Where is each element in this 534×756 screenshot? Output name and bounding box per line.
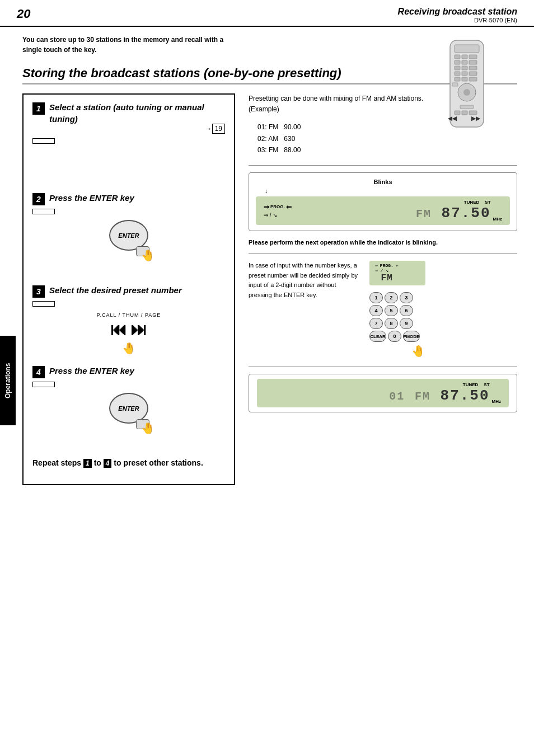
step-2: 2 Press the ENTER key ENTER 🤚 <box>32 192 225 274</box>
keypad-row-1: 1 2 3 <box>369 292 420 303</box>
svg-rect-3 <box>462 55 467 59</box>
lcd1-right-arrows: ⇐ <box>286 203 292 211</box>
step-3-header: 3 Select the desired preset number <box>32 284 225 298</box>
lcd2-indicators: TUNED ST <box>463 382 490 387</box>
keypad-row-3: 7 8 9 <box>369 318 420 329</box>
step-3-nav-visual: P.CALL / THUM / PAGE ⏮ ⏭ 🤚 <box>32 312 225 355</box>
remote-control-image: ◀◀ ▶▶ <box>439 39 495 136</box>
two-col-layout: 1 Select a station (auto tuning or manua… <box>22 93 517 485</box>
keypad-info: In case of input with the number keys, a… <box>249 261 360 300</box>
svg-point-18 <box>463 89 470 96</box>
keypad-grid: 1 2 3 4 5 6 7 8 <box>369 292 420 342</box>
lcd1-mhz: MHz <box>493 217 502 222</box>
lcd2-fm: FM <box>415 390 430 403</box>
example-line-3: 03: FM 88.00 <box>257 144 517 156</box>
step-4-title: Press the ENTER key <box>49 365 134 377</box>
nav-arrows: ⏮ ⏭ <box>110 320 147 339</box>
lcd1-left-arrows: ⇒ <box>264 203 269 211</box>
step-3-number: 3 <box>32 285 45 298</box>
warning-text: Please perform the next operation while … <box>249 238 517 247</box>
keypad-lcd-small: ⇒ PROG. ⇐ ⇒ / ↘ FM <box>369 261 425 285</box>
svg-rect-4 <box>469 55 477 59</box>
keypad-row-4: CLEAR 0 FMODE <box>369 331 420 342</box>
svg-rect-24 <box>462 111 467 115</box>
step-4-header: 4 Press the ENTER key <box>32 365 225 378</box>
hand-icon-1: 🤚 <box>141 248 155 262</box>
svg-rect-14 <box>455 77 460 81</box>
lcd-display-1: ⇒ PROG. ⇐ ⇒ / ↘ TUNED ST <box>256 196 510 225</box>
svg-rect-23 <box>455 111 460 115</box>
svg-rect-19 <box>452 83 458 86</box>
hand-icon-3: 🤚 <box>141 421 155 435</box>
lcd-display-section-1: Blinks ↓ ⇒ PROG. ⇐ <box>249 172 517 231</box>
key-0[interactable]: 0 <box>388 331 401 342</box>
repeat-step-4: 4 <box>104 459 112 468</box>
next-arrow-icon: ⏭ <box>130 320 147 339</box>
step-2-spacer <box>32 259 225 274</box>
enter-button-visual-2: ENTER <box>109 393 148 424</box>
lcd-display-2: TUNED ST 01 FM 87.50 MHz <box>257 379 509 407</box>
lcd1-main-text: FM 87.50 <box>416 205 491 222</box>
svg-rect-2 <box>455 55 460 59</box>
svg-rect-10 <box>469 66 477 70</box>
svg-rect-6 <box>462 60 467 64</box>
svg-text:▶▶: ▶▶ <box>471 115 481 121</box>
keypad-lcd-text: FM <box>375 273 420 283</box>
step-4-number: 4 <box>32 366 45 378</box>
step-3-title: Select the desired preset number <box>49 284 182 296</box>
divider-3 <box>249 367 517 367</box>
step-3: 3 Select the desired preset number P.CAL… <box>32 284 225 355</box>
step-1-arrow: → <box>205 125 212 133</box>
step-2-title: Press the ENTER key <box>49 192 134 204</box>
step-1-header: 1 Select a station (auto tuning or manua… <box>32 101 225 125</box>
step-1-ref: 19 <box>212 124 225 134</box>
step-1-spacer <box>32 148 225 182</box>
repeat-text: Repeat steps 1 to 4 to preset other stat… <box>32 457 225 469</box>
lcd2-right: TUNED ST 01 FM 87.50 <box>298 382 490 404</box>
keypad-area: In case of input with the number keys, a… <box>249 261 517 358</box>
svg-rect-12 <box>462 72 467 76</box>
page-header: 20 Receiving broadcast station DVR-5070 … <box>0 0 534 27</box>
lcd2-01: 01 <box>389 390 405 403</box>
header-title: Receiving broadcast station <box>398 7 517 17</box>
key-2[interactable]: 2 <box>385 292 398 303</box>
key-fmode[interactable]: FMODE <box>403 331 420 342</box>
key-7[interactable]: 7 <box>369 318 383 329</box>
key-4[interactable]: 4 <box>369 305 383 316</box>
divider-1 <box>249 165 517 166</box>
step-3-indicator <box>32 301 55 307</box>
svg-text:◀◀: ◀◀ <box>447 115 457 121</box>
svg-rect-8 <box>455 66 460 70</box>
page: 20 Receiving broadcast station DVR-5070 … <box>0 0 534 756</box>
key-6[interactable]: 6 <box>400 305 413 316</box>
key-5[interactable]: 5 <box>385 305 398 316</box>
to-text: to <box>94 458 101 467</box>
svg-rect-25 <box>469 111 477 115</box>
prev-arrow-icon: ⏮ <box>110 320 127 339</box>
lcd1-prog: PROG. <box>270 204 285 209</box>
svg-rect-16 <box>469 77 477 81</box>
key-8[interactable]: 8 <box>385 318 398 329</box>
step-1-indicator <box>32 138 55 144</box>
key-3[interactable]: 3 <box>400 292 413 303</box>
keypad-row-2: 4 5 6 <box>369 305 420 316</box>
sidebar-operations-label: Operations <box>0 336 16 425</box>
lcd1-right: TUNED ST FM 87.50 <box>297 200 491 222</box>
nav-label: P.CALL / THUM / PAGE <box>97 312 161 318</box>
lcd1-indicators: TUNED ST <box>464 200 491 205</box>
page-number: 20 <box>17 7 30 21</box>
step-2-enter-visual: ENTER 🤚 <box>32 220 225 251</box>
enter-button-visual-1: ENTER <box>109 220 148 251</box>
lcd1-sub-arrows: ⇒ / ↘ <box>264 212 277 218</box>
step-4-spacer <box>32 431 225 447</box>
right-col: Presetting can be done with mixing of FM… <box>249 93 517 485</box>
svg-rect-5 <box>455 60 460 64</box>
key-clear[interactable]: CLEAR <box>369 331 386 342</box>
header-subtitle: DVR-5070 (EN) <box>398 17 517 24</box>
key-9[interactable]: 9 <box>400 318 413 329</box>
repeat-step-1: 1 <box>83 459 92 468</box>
key-1[interactable]: 1 <box>369 292 383 303</box>
step-2-header: 2 Press the ENTER key <box>32 192 225 205</box>
blinks-arrow: ↓ <box>265 187 268 194</box>
step-1: 1 Select a station (auto tuning or manua… <box>32 101 225 182</box>
